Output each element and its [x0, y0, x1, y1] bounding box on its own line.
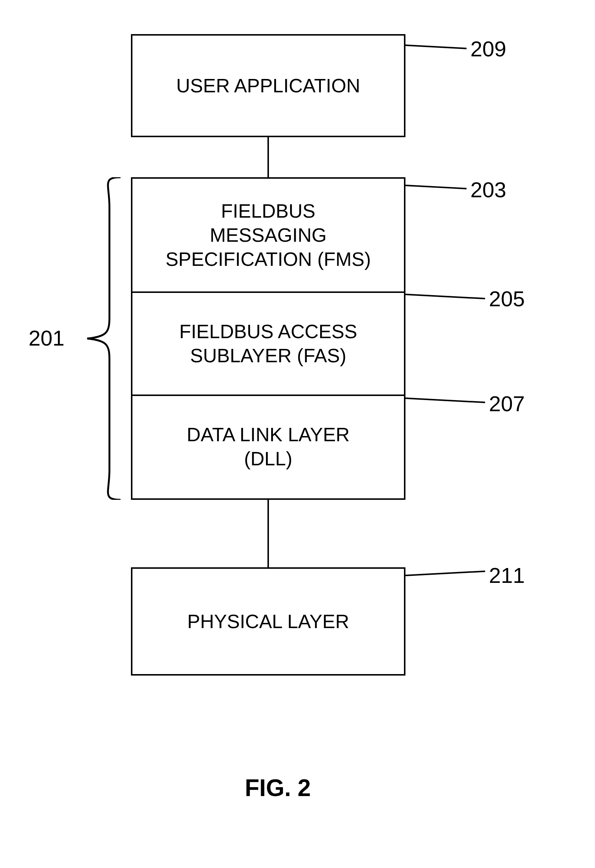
dll-line1: DATA LINK LAYER [186, 423, 349, 447]
label-203: 203 [471, 177, 506, 202]
connector-bottom [268, 500, 269, 567]
physical-layer-text: PHYSICAL LAYER [187, 610, 349, 634]
fas-line2: SUBLAYER (FAS) [190, 344, 346, 368]
fms-line1: FIELDBUS [221, 199, 315, 223]
brace-201 [80, 177, 124, 500]
label-211: 211 [489, 563, 525, 588]
fas-cell: FIELDBUS ACCESS SUBLAYER (FAS) [132, 291, 404, 394]
dll-cell: DATA LINK LAYER (DLL) [132, 394, 404, 497]
connector-top [268, 137, 269, 177]
user-application-box: USER APPLICATION [131, 34, 406, 137]
dll-line2: (DLL) [244, 447, 292, 471]
label-209: 209 [471, 36, 506, 61]
fms-line2: MESSAGING [210, 223, 327, 247]
leader-211 [406, 571, 485, 576]
leader-203 [406, 185, 467, 189]
leader-207 [406, 397, 485, 403]
leader-205 [406, 294, 485, 299]
label-205: 205 [489, 286, 525, 311]
physical-layer-box: PHYSICAL LAYER [131, 567, 406, 676]
diagram-canvas: USER APPLICATION FIELDBUS MESSAGING SPEC… [0, 0, 595, 868]
communication-stack: FIELDBUS MESSAGING SPECIFICATION (FMS) F… [131, 177, 406, 500]
label-207: 207 [489, 391, 525, 416]
leader-209 [406, 44, 467, 49]
fms-line3: SPECIFICATION (FMS) [166, 247, 371, 272]
user-application-text: USER APPLICATION [176, 74, 360, 98]
fms-cell: FIELDBUS MESSAGING SPECIFICATION (FMS) [132, 179, 404, 291]
label-201: 201 [28, 326, 65, 350]
figure-caption: FIG. 2 [245, 774, 311, 802]
fas-line1: FIELDBUS ACCESS [179, 320, 357, 344]
